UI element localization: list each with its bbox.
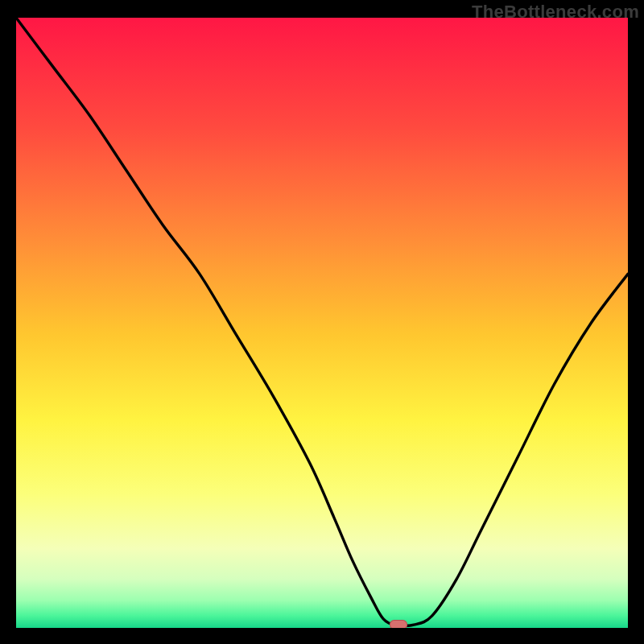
watermark-text: TheBottleneck.com <box>472 2 639 23</box>
plot-area <box>16 18 628 628</box>
gradient-background <box>16 18 628 628</box>
optimal-marker <box>390 620 407 628</box>
chart-frame: TheBottleneck.com <box>0 0 644 644</box>
plot-svg <box>16 18 628 628</box>
